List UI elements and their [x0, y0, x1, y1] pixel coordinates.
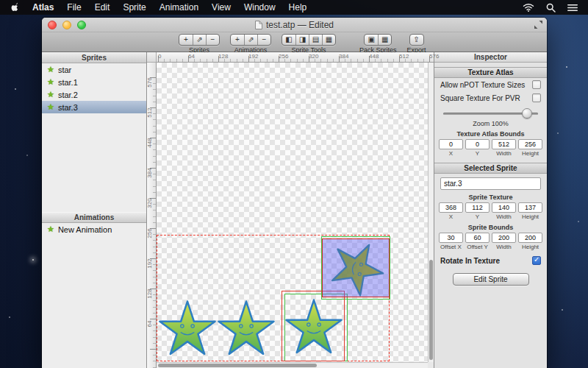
texture-y-field[interactable] [465, 202, 490, 213]
selected-sprite-star-3[interactable] [322, 238, 390, 297]
close-button[interactable] [48, 21, 57, 29]
spotlight-icon[interactable] [546, 3, 556, 13]
animations-header: Animations [42, 212, 146, 223]
zoom-button[interactable] [77, 21, 86, 29]
sprite-tool-2-button[interactable]: ◨ [295, 35, 309, 45]
horizontal-scrollbar[interactable] [157, 362, 428, 368]
v-ruler-label: 64 [146, 314, 154, 334]
star-icon: ★ [47, 66, 54, 74]
canvas-content[interactable] [157, 63, 434, 368]
texture-x-field[interactable] [439, 202, 463, 213]
edit-sprite-button[interactable]: Edit Sprite [453, 273, 529, 286]
atlas-y-field[interactable] [465, 139, 490, 149]
texture-width-label: Width [496, 213, 511, 220]
animation-add-button[interactable]: + [231, 35, 244, 45]
sprite-remove-button[interactable]: − [206, 35, 219, 45]
sprite-list-item[interactable]: ★ star.2 [42, 88, 146, 101]
pack-sprites-2-button[interactable]: ▦ [378, 35, 391, 45]
fullscreen-icon[interactable] [534, 21, 542, 29]
sprite-list-item[interactable]: ★ star.1 [42, 76, 146, 88]
sprite-list[interactable]: ★ star ★ star.1 ★ star.2 ★ star.3 [42, 63, 146, 212]
star-icon: ★ [47, 91, 54, 99]
menu-item-edit[interactable]: Edit [88, 0, 117, 15]
sprite-name-field[interactable] [440, 177, 541, 190]
atlas-x-field[interactable] [439, 139, 463, 149]
atlas-width-field[interactable] [492, 139, 516, 149]
v-ruler-label: 448 [146, 132, 154, 153]
menu-item-file[interactable]: File [60, 0, 87, 15]
vertical-scrollbar[interactable] [428, 63, 434, 362]
h-ruler-label: 512 [399, 53, 409, 60]
star-icon: ★ [47, 103, 54, 111]
texture-y-label: Y [476, 213, 479, 220]
sprite-tool-1-button[interactable]: ◧ [282, 35, 295, 45]
desktop: { "menu_bar": { "app_name": "Atlas", "it… [0, 0, 588, 368]
horizontal-scrollbar-thumb[interactable] [158, 364, 317, 367]
zoom-slider-knob[interactable] [522, 108, 532, 118]
title-bar[interactable]: test.atp — Edited [42, 18, 547, 32]
v-ruler-label: 256 [146, 223, 154, 244]
main-area: Sprites ★ star ★ star.1 ★ star.2 ★ star.… [42, 52, 547, 368]
vertical-scrollbar-thumb[interactable] [429, 260, 433, 360]
sprite-bounds-fields: Offset X Offset Y Width Height [434, 232, 547, 252]
toolbar-group-sprite-tools: ◧ ◨ ▤ ▦ Sprite Tools [282, 34, 336, 54]
sprite-tool-3-button[interactable]: ▤ [309, 35, 322, 45]
traffic-lights [48, 21, 86, 29]
star-icon: ★ [47, 225, 54, 233]
zoom-label: Zoom 100% [434, 119, 547, 128]
bounds-offset-x-label: Offset X [440, 244, 462, 250]
menu-item-view[interactable]: View [205, 0, 237, 15]
texture-atlas-bounds-fields: X Y Width Height [434, 138, 547, 158]
minimize-button[interactable] [62, 21, 71, 29]
menu-item-atlas[interactable]: Atlas [26, 0, 60, 15]
zoom-slider[interactable] [443, 107, 538, 119]
h-ruler-label: 576 [429, 53, 439, 60]
sprite-import-button[interactable]: ⇗ [193, 35, 206, 45]
animation-remove-button[interactable]: − [257, 35, 270, 45]
square-pvr-checkbox[interactable] [532, 93, 541, 102]
atlas-height-field[interactable] [518, 139, 542, 149]
bounds-height-field[interactable] [518, 233, 542, 243]
h-ruler-label: 320 [309, 53, 318, 60]
menu-item-help[interactable]: Help [282, 0, 314, 15]
sprite-star-1[interactable] [215, 300, 277, 361]
bounds-width-field[interactable] [492, 233, 516, 243]
scrollbar-corner [428, 362, 434, 368]
animation-list[interactable]: ★ New Animation [42, 223, 146, 368]
toolbar-group-animations: + ⇗ − Animations [230, 34, 271, 54]
v-ruler-label: 576 [146, 72, 154, 93]
menu-item-animation[interactable]: Animation [153, 0, 205, 15]
allow-npot-checkbox[interactable] [532, 80, 541, 89]
sprite-star[interactable] [157, 300, 218, 361]
bounds-offset-x-field[interactable] [439, 233, 463, 243]
ruler-corner [147, 52, 157, 63]
texture-height-field[interactable] [518, 202, 542, 213]
h-ruler-label: 448 [369, 53, 379, 60]
toolbar-group-export: ⇪ Export [407, 34, 426, 54]
sprite-tool-4-button[interactable]: ▦ [322, 35, 335, 45]
menu-bar: Atlas File Edit Sprite Animation View Wi… [0, 0, 588, 15]
menu-item-sprite[interactable]: Sprite [116, 0, 152, 15]
notification-center-icon[interactable] [567, 4, 578, 12]
canvas[interactable]: 064128192256320384448512576 576512448384… [147, 52, 434, 368]
texture-width-field[interactable] [492, 202, 516, 213]
sprite-add-button[interactable]: + [179, 35, 193, 45]
wifi-icon[interactable] [523, 3, 534, 12]
animation-import-button[interactable]: ⇗ [244, 35, 257, 45]
v-ruler-label: 128 [146, 283, 154, 304]
sprite-bounds-title: Sprite Bounds [434, 223, 547, 232]
texture-height-label: Height [522, 213, 539, 220]
animation-list-item[interactable]: ★ New Animation [42, 223, 146, 236]
h-ruler-label: 0 [158, 53, 161, 60]
export-button[interactable]: ⇪ [410, 35, 423, 45]
sprite-star-2[interactable] [283, 298, 345, 360]
pack-sprites-1-button[interactable]: ▣ [365, 35, 378, 45]
sprite-list-item[interactable]: ★ star [42, 63, 146, 76]
rotate-in-texture-checkbox[interactable] [532, 256, 541, 265]
menu-item-window[interactable]: Window [237, 0, 282, 15]
star-icon: ★ [47, 78, 54, 86]
apple-menu-icon[interactable] [10, 2, 20, 13]
sprite-list-item-selected[interactable]: ★ star.3 [42, 101, 146, 113]
v-ruler-label: 320 [146, 193, 154, 213]
bounds-offset-y-field[interactable] [465, 233, 490, 243]
